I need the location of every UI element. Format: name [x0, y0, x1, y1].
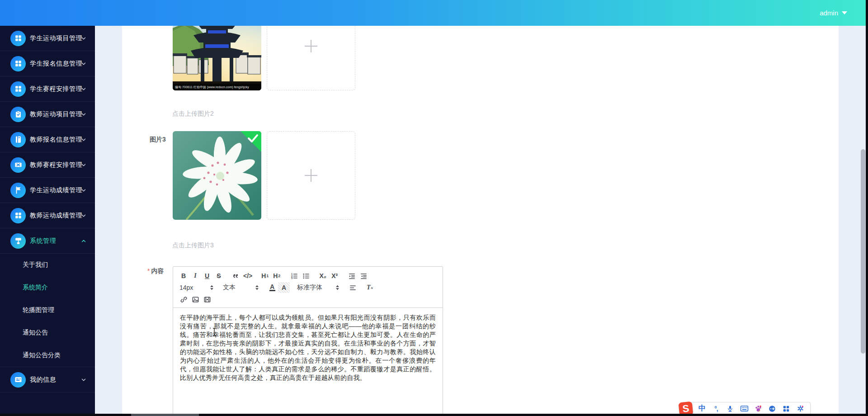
indent-button[interactable]	[358, 270, 369, 281]
image3-thumbnail[interactable]	[173, 131, 261, 220]
sidebar-item-4[interactable]: 教师报名信息管理	[0, 127, 95, 152]
sidebar-item-label: 教师赛程安排管理	[30, 161, 82, 169]
chevron-down-icon	[80, 162, 87, 168]
flower-image	[173, 131, 261, 220]
subscript-button[interactable]: X₂	[317, 270, 329, 281]
scrollbar-thumb[interactable]	[861, 149, 865, 354]
chevron-down-icon	[80, 187, 87, 194]
sidebar-item-6[interactable]: 学生运动成绩管理	[0, 178, 95, 203]
sidebar-item-7[interactable]: 教师运动成绩管理	[0, 203, 95, 228]
caret-down-icon	[842, 11, 847, 14]
font-family-select[interactable]: 标准字体	[295, 282, 341, 293]
background-color-button[interactable]: A	[278, 282, 290, 293]
strike-button[interactable]: S	[213, 270, 225, 281]
sidebar-subitem-3[interactable]: 通知公告	[0, 321, 95, 344]
sidebar-submenu: 关于我们系统简介轮播图管理通知公告通知公告分类	[0, 254, 95, 367]
image2-thumbnail[interactable]: 编号:700611 红动中国 (www.redocn.com) fengshjc…	[173, 26, 261, 90]
clipboard-icon	[10, 107, 26, 122]
sidebar: 学生运动项目管理学生报名信息管理学生赛程安排管理教师运动项目管理教师报名信息管理…	[0, 26, 95, 416]
header-1-button[interactable]: H1	[259, 270, 271, 281]
text-color-button[interactable]: A	[266, 282, 278, 293]
upload-hint-3: 点击上传图片3	[172, 241, 214, 250]
pagoda-image	[173, 26, 261, 90]
svg-text:3: 3	[291, 276, 292, 279]
sidebar-item-label: 教师运动项目管理	[30, 110, 82, 118]
sidebar-subitem-2[interactable]: 轮播图管理	[0, 299, 95, 321]
paragraph-format-select[interactable]: 文本	[221, 282, 261, 293]
user-name: admin	[820, 9, 838, 17]
chinese-mode-icon[interactable]: 中	[698, 404, 707, 413]
editor-content[interactable]: 在平静的海平面上，每个人都可以成为领航员。但如果只有阳光而没有阴影，只有欢乐而没…	[173, 308, 443, 388]
chevron-down-icon	[80, 61, 87, 67]
bold-button[interactable]: B	[178, 270, 189, 281]
chevron-up-icon	[80, 238, 87, 244]
sidebar-item-5[interactable]: 教师赛程安排管理	[0, 152, 95, 178]
upload-hint-2: 点击上传图片2	[172, 110, 214, 118]
screen-edge-right	[866, 0, 868, 416]
sidebar-item-label: 学生赛程安排管理	[30, 85, 82, 93]
grid-icon	[10, 208, 26, 223]
header-2-button[interactable]: H2	[271, 270, 283, 281]
sidebar-item-9[interactable]: 我的信息	[0, 367, 95, 392]
top-header: admin	[0, 0, 868, 26]
image3-label: 图片3	[150, 136, 166, 144]
sidebar-item-label: 学生报名信息管理	[30, 60, 82, 68]
screen-edge-bottom	[0, 414, 868, 416]
grid-icon	[10, 31, 26, 46]
required-asterisk: *	[147, 267, 150, 274]
align-button[interactable]	[347, 282, 359, 293]
underline-button[interactable]: U	[201, 270, 213, 281]
idcard-icon	[10, 372, 26, 388]
chevron-down-icon	[80, 213, 87, 219]
sidebar-item-label: 我的信息	[30, 376, 56, 384]
mouse-text-cursor	[212, 328, 217, 338]
book-icon	[10, 132, 26, 147]
punctuation-icon[interactable]: °,	[712, 404, 721, 413]
microphone-icon[interactable]	[726, 404, 735, 413]
upload-box-image2[interactable]	[267, 26, 355, 90]
sidebar-item-label: 学生运动项目管理	[30, 34, 82, 43]
toolbox-icon[interactable]	[782, 404, 791, 413]
main-content: 编号:700611 红动中国 (www.redocn.com) fengshjc…	[95, 26, 868, 416]
chevron-down-icon	[80, 111, 87, 118]
rich-text-editor: BIUS</>H1H2123X₂X²14px文本AA标准字体Tx 在平静的海平面…	[173, 266, 443, 416]
sidebar-subitem-4[interactable]: 通知公告分类	[0, 344, 95, 367]
form-card: 编号:700611 红动中国 (www.redocn.com) fengshjc…	[122, 26, 839, 416]
font-size-select[interactable]: 14px	[178, 282, 216, 293]
robot-icon[interactable]	[768, 404, 777, 413]
sidebar-item-3[interactable]: 教师运动项目管理	[0, 102, 95, 127]
image-button[interactable]	[189, 294, 201, 305]
user-menu[interactable]: admin	[820, 0, 847, 26]
blockquote-button[interactable]	[230, 270, 242, 281]
sidebar-subitem-1[interactable]: 系统简介	[0, 276, 95, 299]
editor-toolbar: BIUS</>H1H2123X₂X²14px文本AA标准字体Tx	[173, 267, 443, 308]
chevron-down-icon	[80, 86, 87, 92]
grid-icon	[10, 81, 26, 97]
video-button[interactable]	[201, 294, 213, 305]
skin-paw-icon[interactable]	[754, 404, 763, 413]
sidebar-item-1[interactable]: 学生报名信息管理	[0, 51, 95, 76]
sidebar-item-2[interactable]: 学生赛程安排管理	[0, 76, 95, 102]
keyboard-icon[interactable]	[740, 404, 749, 413]
superscript-button[interactable]: X²	[329, 270, 340, 281]
upload-box-image3[interactable]	[267, 131, 355, 220]
code-block-button[interactable]: </>	[242, 270, 254, 281]
chevron-down-icon	[80, 137, 87, 143]
link-button[interactable]	[178, 294, 189, 305]
grid-icon	[10, 56, 26, 71]
ime-tray: 中°,	[691, 402, 811, 416]
sidebar-item-label: 系统管理	[30, 237, 56, 245]
sidebar-item-8[interactable]: 系统管理	[0, 228, 95, 254]
sidebar-item-0[interactable]: 学生运动项目管理	[0, 26, 95, 51]
image-watermark: 编号:700611 红动中国 (www.redocn.com) fengshjc…	[173, 84, 261, 90]
outdent-button[interactable]	[346, 270, 358, 281]
bullet-list-button[interactable]	[300, 270, 311, 281]
ticket-icon	[10, 157, 26, 173]
chevron-down-icon	[80, 35, 87, 42]
clean-format-button[interactable]: Tx	[364, 282, 376, 293]
settings-gear-icon[interactable]	[796, 404, 805, 413]
italic-button[interactable]: I	[189, 270, 201, 281]
flag-icon	[10, 183, 26, 198]
ordered-list-button[interactable]: 123	[288, 270, 300, 281]
sidebar-subitem-0[interactable]: 关于我们	[0, 254, 95, 276]
